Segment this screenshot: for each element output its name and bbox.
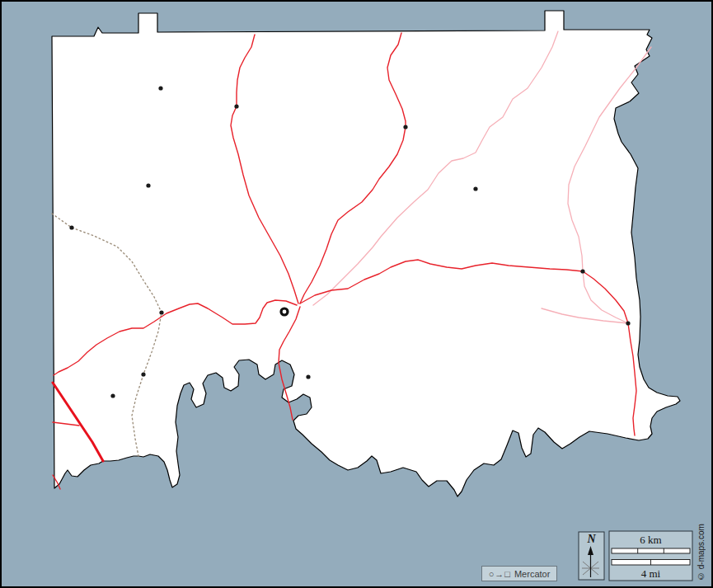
town-dot [69, 225, 73, 229]
county-outline [52, 11, 680, 496]
town-dot [159, 310, 163, 314]
town-dot [110, 393, 115, 397]
scalebar-panel [609, 531, 692, 581]
county-seat-marker [281, 308, 288, 315]
town-dot [403, 125, 407, 129]
town-dot [158, 86, 162, 90]
town-dot [306, 374, 310, 379]
scalebar-mi [612, 560, 690, 566]
north-arrow-panel [579, 532, 604, 580]
town-dot [146, 183, 150, 187]
town-dot [141, 372, 145, 376]
town-dot [626, 321, 630, 325]
map-svg [2, 2, 713, 588]
town-dot [234, 104, 238, 108]
scalebar-km [612, 548, 690, 553]
town-dot [580, 269, 584, 273]
map-canvas: N 6 km 4 mi ○→□ Mercator © d-maps.com [0, 0, 713, 588]
town-dot [473, 186, 477, 191]
